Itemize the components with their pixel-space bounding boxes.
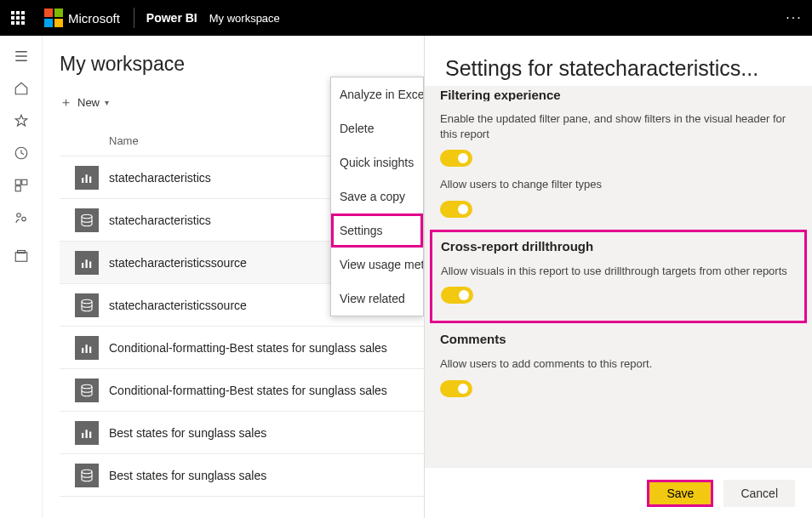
shared-icon[interactable]	[13, 209, 30, 226]
header-divider	[134, 8, 134, 28]
dataset-icon	[75, 208, 99, 232]
cross-report-heading: Cross-report drillthrough	[441, 239, 796, 253]
svg-point-19	[82, 384, 92, 389]
svg-rect-2	[21, 179, 26, 185]
filtering-heading: Filtering experience	[440, 88, 797, 101]
svg-rect-6	[15, 253, 27, 262]
dataset-icon	[75, 379, 99, 402]
cross-report-highlight: Cross-report drillthrough Allow visuals …	[430, 230, 807, 324]
favorites-icon[interactable]	[13, 112, 30, 129]
svg-rect-7	[17, 251, 25, 253]
hamburger-icon[interactable]	[13, 48, 30, 65]
comments-heading: Comments	[440, 332, 797, 346]
microsoft-label: Microsoft	[68, 11, 120, 26]
svg-rect-14	[89, 261, 91, 268]
svg-rect-16	[82, 348, 83, 353]
panel-footer: Save Cancel	[425, 467, 812, 518]
report-icon	[75, 421, 99, 445]
filter-types-desc: Allow users to change filter types	[440, 177, 797, 192]
svg-point-4	[16, 213, 20, 218]
settings-panel: Settings for statecharacteristics... Fil…	[424, 36, 812, 518]
workspaces-icon[interactable]	[13, 248, 30, 265]
dataset-icon	[75, 464, 99, 487]
toggle-filter-types[interactable]	[440, 201, 472, 218]
svg-rect-1	[15, 179, 20, 185]
ctx-save-copy[interactable]: Save a copy	[331, 179, 423, 213]
apps-icon[interactable]	[13, 177, 30, 194]
svg-rect-3	[15, 186, 20, 191]
ctx-settings[interactable]: Settings	[331, 213, 423, 248]
context-menu: Analyze in Excel Delete Quick insights S…	[330, 77, 424, 316]
svg-rect-8	[82, 178, 83, 183]
cancel-button[interactable]: Cancel	[723, 480, 795, 507]
svg-point-23	[82, 470, 92, 474]
svg-point-11	[82, 214, 92, 219]
svg-rect-17	[86, 344, 88, 353]
ctx-delete[interactable]: Delete	[331, 111, 423, 145]
microsoft-logo: Microsoft	[36, 9, 129, 27]
toggle-cross-report[interactable]	[441, 287, 473, 304]
header-more-icon[interactable]: ···	[776, 10, 812, 26]
ctx-analyze-excel[interactable]: Analyze in Excel	[331, 77, 423, 111]
ctx-quick-insights[interactable]: Quick insights	[331, 145, 423, 179]
toggle-filter-pane[interactable]	[440, 150, 472, 167]
home-icon[interactable]	[13, 80, 30, 97]
left-nav-rail	[0, 36, 43, 518]
filtering-desc: Enable the updated filter pane, and show…	[440, 111, 797, 141]
new-button[interactable]: ＋ New ▾	[60, 94, 109, 111]
global-header: Microsoft Power BI My workspace ···	[0, 0, 812, 36]
plus-icon: ＋	[60, 94, 72, 111]
comments-desc: Allow users to add comments to this repo…	[440, 356, 797, 372]
svg-rect-9	[86, 174, 88, 183]
report-icon	[75, 251, 99, 275]
svg-rect-12	[82, 263, 83, 268]
new-label: New	[77, 96, 100, 109]
svg-point-5	[21, 217, 26, 221]
chevron-down-icon: ▾	[105, 98, 109, 107]
breadcrumb-workspace[interactable]: My workspace	[204, 12, 285, 25]
product-name[interactable]: Power BI	[140, 11, 204, 25]
save-button[interactable]: Save	[647, 480, 713, 507]
svg-rect-22	[89, 431, 91, 438]
cross-report-desc: Allow visuals in this report to use dril…	[441, 264, 796, 279]
recent-icon[interactable]	[13, 145, 30, 162]
svg-rect-13	[86, 259, 88, 268]
panel-title: Settings for statecharacteristics...	[425, 36, 812, 86]
svg-rect-18	[89, 346, 91, 353]
svg-rect-21	[86, 430, 88, 438]
svg-rect-20	[82, 433, 83, 438]
ctx-view-usage[interactable]: View usage metrics	[331, 248, 423, 282]
dataset-icon	[75, 293, 99, 317]
app-launcher-icon[interactable]	[0, 0, 36, 36]
report-icon	[75, 166, 99, 190]
report-icon	[75, 336, 99, 360]
ctx-view-related[interactable]: View related	[331, 282, 423, 316]
svg-rect-10	[89, 176, 91, 183]
svg-point-15	[82, 299, 92, 304]
toggle-comments[interactable]	[440, 380, 472, 397]
